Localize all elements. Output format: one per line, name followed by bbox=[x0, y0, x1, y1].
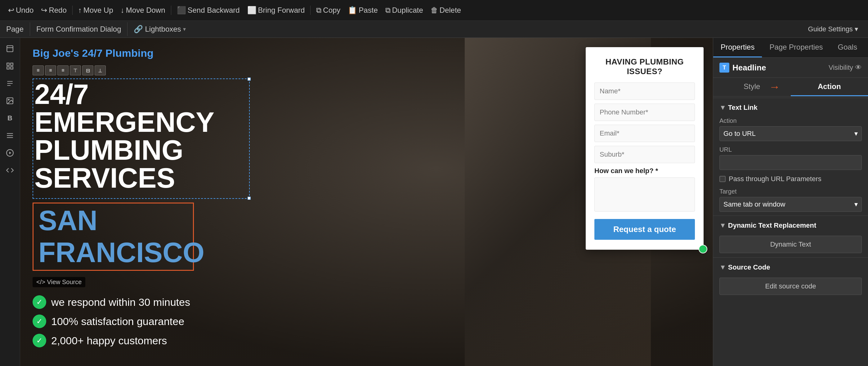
action-field-label: Action bbox=[719, 117, 862, 124]
canvas-area[interactable]: Big Joe's 24/7 Plumbing ≡ ≡ ≡ ⊤ ⊟ ⊥ 24/7… bbox=[20, 38, 713, 366]
align-bottom-button[interactable]: ⊥ bbox=[95, 65, 106, 75]
sidebar-list-icon[interactable] bbox=[2, 128, 18, 143]
move-down-icon: ↓ bbox=[121, 6, 124, 14]
feature-checklist: ✓ we respond within 30 minutes ✓ 100% sa… bbox=[33, 295, 250, 347]
dynamic-text-section-header[interactable]: ▼ Dynamic Text Replacement bbox=[713, 217, 868, 233]
selection-handle-tr bbox=[248, 78, 251, 81]
action-select[interactable]: Go to URL ▾ bbox=[719, 126, 862, 141]
element-title-row: T Headline bbox=[719, 63, 766, 72]
email-input[interactable] bbox=[594, 125, 695, 142]
action-tab[interactable]: Action bbox=[791, 78, 868, 96]
guide-settings-chevron: ▾ bbox=[855, 25, 858, 33]
page-tab-label: Page bbox=[6, 25, 24, 33]
align-center-button[interactable]: ≡ bbox=[45, 65, 56, 75]
source-code-section-header[interactable]: ▼ Source Code bbox=[713, 259, 868, 274]
guide-settings-button[interactable]: Guide Settings ▾ bbox=[804, 23, 862, 35]
element-alignment-toolbar: ≡ ≡ ≡ ⊤ ⊟ ⊥ bbox=[33, 65, 250, 75]
dynamic-text-element[interactable]: SAN FRANCISCO bbox=[33, 203, 194, 271]
redo-button[interactable]: ↪ Redo bbox=[38, 4, 69, 17]
visibility-control[interactable]: Visibility 👁 bbox=[829, 64, 862, 72]
sidebar-page-icon[interactable] bbox=[2, 41, 18, 57]
dynamic-text-button[interactable]: Dynamic Text bbox=[719, 236, 862, 253]
divider-2 bbox=[171, 6, 171, 15]
edit-source-button[interactable]: Edit source code bbox=[719, 278, 862, 295]
send-backward-icon: ⬛ bbox=[177, 6, 186, 14]
paste-label: Paste bbox=[359, 6, 377, 14]
send-backward-button[interactable]: ⬛ Send Backward bbox=[174, 4, 243, 17]
chevron-down-icon: ▾ bbox=[183, 26, 186, 33]
bring-forward-label: Bring Forward bbox=[258, 6, 305, 14]
right-panel: Properties Page Properties Goals T Headl… bbox=[713, 38, 868, 366]
check-icon-1: ✓ bbox=[33, 295, 46, 309]
paste-button[interactable]: 📋 Paste bbox=[345, 4, 381, 17]
eye-icon: 👁 bbox=[855, 64, 862, 72]
align-top-button[interactable]: ⊤ bbox=[70, 65, 81, 75]
headline-selection: 24/7 EMERGENCY PLUMBING SERVICES bbox=[33, 79, 250, 199]
action-select-chevron: ▾ bbox=[854, 130, 858, 138]
url-input[interactable] bbox=[719, 155, 862, 170]
link-icon: 🔗 bbox=[134, 25, 143, 33]
lightboxes-label: Lightboxes bbox=[145, 25, 181, 33]
name-input[interactable] bbox=[594, 83, 695, 100]
headline-type-icon: T bbox=[719, 63, 729, 72]
form-confirmation-tab[interactable]: Form Confirmation Dialog bbox=[30, 22, 127, 36]
how-can-we-help-label: How can we help? * bbox=[594, 167, 695, 175]
sidebar-play-icon[interactable] bbox=[2, 145, 18, 161]
view-source-badge[interactable]: </> View Source bbox=[33, 277, 85, 287]
sidebar-grid-icon[interactable] bbox=[2, 58, 18, 74]
duplicate-label: Duplicate bbox=[392, 6, 423, 14]
source-code-chevron: ▼ bbox=[719, 263, 726, 271]
page-properties-tab[interactable]: Page Properties bbox=[762, 38, 830, 57]
properties-tab[interactable]: Properties bbox=[713, 38, 762, 57]
send-backward-label: Send Backward bbox=[188, 6, 240, 14]
undo-button[interactable]: ↩ Undo bbox=[5, 4, 37, 17]
target-select[interactable]: Same tab or window ▾ bbox=[719, 197, 862, 212]
phone-input[interactable] bbox=[594, 103, 695, 121]
pass-through-checkbox[interactable] bbox=[719, 176, 725, 182]
suburb-input[interactable] bbox=[594, 146, 695, 163]
form-title: HAVING PLUMBING ISSUES? bbox=[594, 57, 695, 76]
check-icon-2: ✓ bbox=[33, 314, 46, 328]
url-row: URL bbox=[713, 144, 868, 173]
checklist-item-1: ✓ we respond within 30 minutes bbox=[33, 295, 250, 309]
copy-label: Copy bbox=[323, 6, 340, 14]
undo-icon: ↩ bbox=[8, 6, 14, 14]
main-toolbar: ↩ Undo ↪ Redo ↑ Move Up ↓ Move Down ⬛ Se… bbox=[0, 0, 868, 21]
svg-rect-4 bbox=[7, 67, 9, 69]
align-middle-button[interactable]: ⊟ bbox=[82, 65, 93, 75]
align-right-button[interactable]: ≡ bbox=[57, 65, 68, 75]
lightboxes-tab[interactable]: 🔗 Lightboxes ▾ bbox=[127, 22, 192, 36]
goals-tab[interactable]: Goals bbox=[831, 38, 865, 57]
page-tab[interactable]: Page bbox=[0, 22, 30, 36]
source-code-section-label: Source Code bbox=[728, 263, 770, 271]
url-field-label: URL bbox=[719, 146, 862, 153]
sidebar-text-icon[interactable] bbox=[2, 76, 18, 91]
form-confirmation-label: Form Confirmation Dialog bbox=[36, 25, 121, 33]
style-tab[interactable]: Style bbox=[713, 78, 791, 96]
dynamic-text-arrow: → bbox=[713, 238, 715, 251]
top-tabs: Properties Page Properties Goals bbox=[713, 38, 868, 58]
sidebar-code-icon[interactable] bbox=[2, 162, 18, 178]
bring-forward-button[interactable]: ⬜ Bring Forward bbox=[244, 4, 308, 17]
style-tab-label: Style bbox=[744, 82, 760, 91]
sidebar-button-icon[interactable]: B bbox=[2, 111, 18, 126]
goals-tab-label: Goals bbox=[838, 43, 858, 51]
sidebar-image-icon[interactable] bbox=[2, 93, 18, 109]
redo-label: Redo bbox=[49, 6, 66, 14]
checklist-item-3: ✓ 2,000+ happy customers bbox=[33, 334, 250, 347]
how-can-we-help-textarea[interactable] bbox=[594, 177, 695, 212]
submit-button[interactable]: Request a quote bbox=[594, 219, 695, 240]
target-value: Same tab or window bbox=[723, 201, 785, 208]
duplicate-button[interactable]: ⧉ Duplicate bbox=[382, 4, 426, 17]
svg-marker-12 bbox=[9, 152, 11, 154]
action-tab-label: Action bbox=[818, 82, 841, 91]
svg-rect-0 bbox=[7, 45, 13, 52]
target-field-label: Target bbox=[719, 188, 862, 195]
checklist-text-1: we respond within 30 minutes bbox=[51, 296, 190, 308]
move-down-button[interactable]: ↓ Move Down bbox=[118, 4, 168, 17]
text-link-section-header[interactable]: ▼ Text Link bbox=[713, 99, 868, 115]
align-left-button[interactable]: ≡ bbox=[33, 65, 44, 75]
delete-button[interactable]: 🗑 Delete bbox=[428, 4, 464, 17]
copy-button[interactable]: ⧉ Copy bbox=[313, 4, 343, 17]
move-up-button[interactable]: ↑ Move Up bbox=[75, 4, 116, 17]
